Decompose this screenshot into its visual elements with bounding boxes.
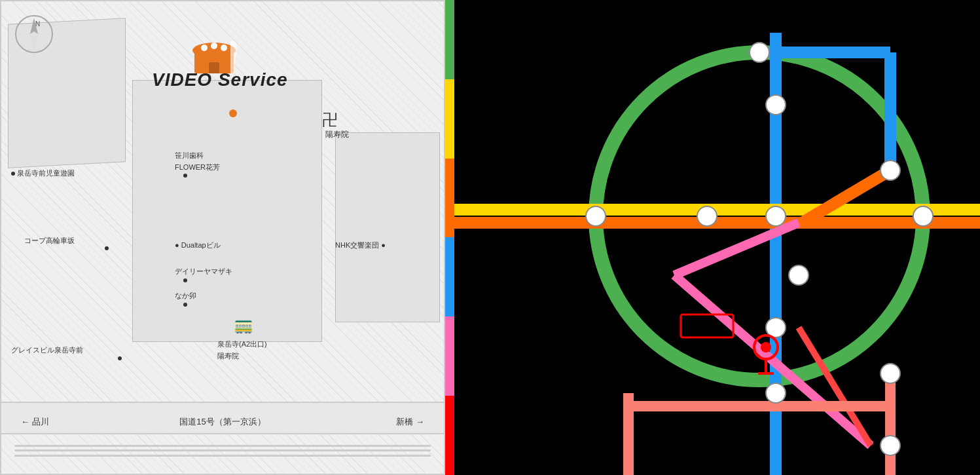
svg-point-36 [789,265,808,285]
road-stripes [1,441,444,461]
label-flower: FLOWER花芳 [175,162,220,172]
color-bars [445,0,454,475]
bar-blue [445,237,454,316]
svg-marker-2 [30,34,38,50]
map-title: VIDEO Service [152,69,288,90]
bar-orange [445,159,454,238]
temple-symbol: 卍 [322,109,338,130]
dot-nakaui [183,303,187,307]
svg-point-32 [766,318,786,337]
svg-point-30 [766,206,786,226]
transit-map [445,0,980,475]
svg-point-33 [766,383,786,403]
label-izumigaoka: 泉岳寺前児童遊園 [11,168,75,178]
svg-point-23 [750,43,769,62]
svg-point-26 [913,206,933,226]
label-coop: コープ高輪車坂 [24,236,75,246]
direction-left: ← 品川 [21,416,49,428]
label-sengakuji: 陽寿院 [217,351,239,361]
dot-flower [183,174,187,178]
svg-point-25 [880,161,900,180]
transit-svg [445,0,980,475]
temple-label: 陽寿院 [325,129,349,140]
dot-daily [183,278,187,282]
svg-point-31 [766,95,786,115]
svg-point-34 [880,364,900,383]
svg-point-10 [596,52,923,380]
building-block-right [335,132,440,322]
label-sasagawa: 笹川歯科 [175,151,204,161]
svg-point-8 [221,45,227,51]
svg-point-35 [880,436,900,455]
road-name: 国道15号（第一京浜） [179,416,265,428]
label-toei: 泉岳寺(A2出口) [217,339,267,349]
building-block-center [132,80,322,342]
compass: N [14,14,54,54]
dot-coop [105,246,109,250]
train-icon: 🚃 [234,316,253,334]
store-location-dot [229,109,237,117]
bar-green [445,0,454,79]
svg-point-28 [586,206,606,226]
bar-yellow [445,79,454,159]
svg-point-39 [761,342,771,352]
direction-right: 新橋 → [396,416,424,428]
dot-grace [118,356,122,360]
svg-text:N: N [35,20,40,28]
label-nakaui: なか卯 [175,291,196,301]
label-daily: デイリーヤマザキ [175,267,232,276]
svg-point-29 [697,206,717,226]
label-nhk: NHK交響楽団 ● [335,240,386,250]
svg-point-6 [201,45,208,51]
svg-point-7 [211,43,217,49]
bar-red [445,396,454,475]
street-map: N VIDEO Service 卍 陽寿院 泉岳寺前児童遊園 笹川 [0,0,445,475]
bar-pink [445,316,454,396]
label-dualtap: ● Dualtapビル [175,240,221,250]
label-grace: グレイスビル泉岳寺前 [11,345,83,355]
